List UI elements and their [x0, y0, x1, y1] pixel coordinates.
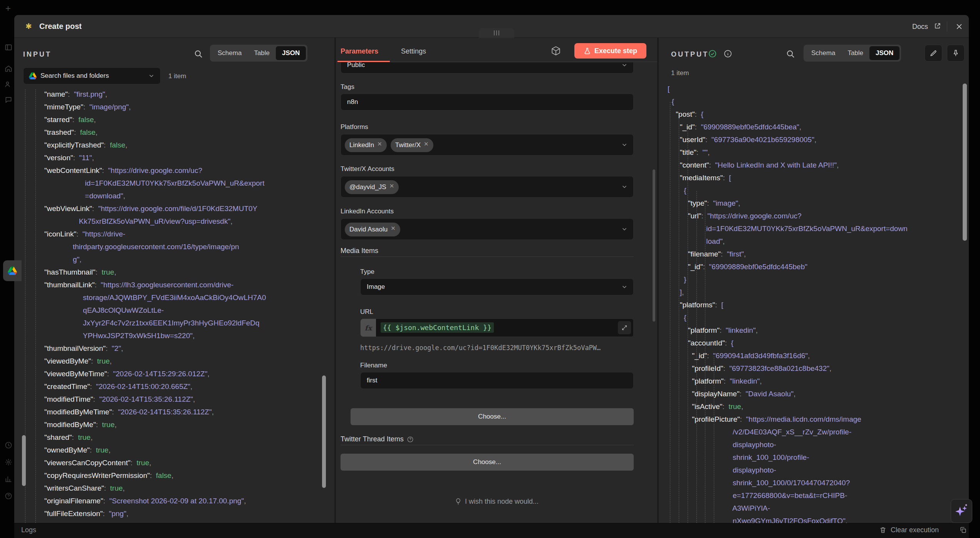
output-scrollbar-thumb[interactable] [963, 84, 967, 241]
google-drive-icon [8, 266, 17, 275]
twitter-thread-section: Twitter Thread Items [341, 435, 414, 443]
input-json-code: "name": "first.png","mimeType": "image/p… [44, 88, 332, 523]
platforms-multiselect[interactable]: LinkedIn✕ Twitter/X✕ [341, 134, 634, 156]
output-json-code: [ { "post": { "_id": "69909889ebf0e5dfdc… [668, 82, 966, 523]
sidebar-chart-icon[interactable] [5, 475, 12, 483]
tab-input-table[interactable]: Table [248, 46, 276, 60]
platforms-label: Platforms [341, 123, 368, 131]
input-source-select[interactable]: Search files and folders [23, 67, 161, 84]
success-check-icon [708, 49, 717, 58]
node-asterisk-icon: ✱ [25, 22, 32, 31]
clear-execution-button[interactable]: Clear execution [891, 526, 939, 534]
chip-remove-icon[interactable]: ✕ [389, 183, 394, 189]
tags-input[interactable]: n8n [341, 94, 634, 111]
linkedin-accounts-multiselect[interactable]: David Asaolu✕ [341, 218, 634, 240]
external-link-icon[interactable] [934, 22, 941, 30]
tab-input-json[interactable]: JSON [276, 46, 306, 60]
sparkles-icon [955, 504, 968, 518]
twitter-chip-list: @dayvid_JS✕ [345, 180, 403, 194]
twitter-accounts-multiselect[interactable]: @dayvid_JS✕ [341, 176, 634, 198]
tab-output-schema[interactable]: Schema [805, 46, 841, 60]
url-expression-value: {{ $json.webContentLink }} [381, 322, 494, 333]
chip-linkedin-account[interactable]: David Asaolu✕ [345, 223, 400, 236]
linkedin-chip-list: David Asaolu✕ [345, 223, 404, 236]
node-wish-link[interactable]: I wish this node would... [336, 498, 657, 506]
pin-output-button[interactable] [947, 45, 965, 62]
chevron-down-icon [621, 62, 628, 69]
cube-icon[interactable] [551, 46, 561, 56]
twitter-thread-label: Twitter Thread Items [341, 435, 404, 443]
fx-icon: fx [361, 319, 376, 337]
sidebar-home-icon[interactable] [5, 65, 12, 72]
tags-label: Tags [341, 83, 354, 91]
chevron-down-icon [621, 141, 628, 148]
sidebar-panel-icon[interactable] [5, 44, 12, 51]
tab-parameters[interactable]: Parameters [341, 47, 378, 55]
google-drive-icon [29, 72, 37, 79]
tab-parameters-underline [337, 61, 390, 62]
pencil-icon [930, 49, 937, 57]
chip-remove-icon[interactable]: ✕ [424, 141, 429, 147]
filename-input[interactable]: first [360, 372, 634, 389]
sidebar-settings-icon[interactable] [5, 458, 12, 466]
execute-step-label: Execute step [594, 47, 637, 55]
panel-drag-handle[interactable] [479, 28, 514, 38]
node-wish-label: I wish this node would... [465, 498, 539, 506]
chip-remove-icon[interactable]: ✕ [391, 225, 396, 231]
input-search-icon[interactable] [194, 49, 203, 59]
tags-value: n8n [347, 98, 358, 106]
tab-settings[interactable]: Settings [401, 47, 426, 55]
visibility-value: Public [347, 62, 365, 69]
footer-bar [14, 523, 969, 538]
type-select[interactable]: Image [360, 278, 634, 295]
output-label: OUTPUT [671, 50, 709, 59]
output-search-icon[interactable] [786, 49, 795, 59]
visibility-select[interactable]: Public [341, 62, 634, 74]
chevron-down-icon [148, 72, 155, 79]
filename-label: Filename [360, 362, 387, 369]
twitter-thread-choose-button[interactable]: Choose... [341, 454, 634, 471]
input-scrollbar-thumb[interactable] [322, 375, 326, 488]
chip-remove-icon[interactable]: ✕ [377, 141, 382, 147]
header-divider [947, 22, 947, 32]
chip-linkedin[interactable]: LinkedIn✕ [345, 138, 387, 152]
param-scrollbar-thumb[interactable] [653, 169, 655, 322]
media-items-choose-button[interactable]: Choose... [351, 408, 634, 425]
chevron-down-icon [621, 226, 628, 233]
drive-node-tab[interactable] [3, 260, 22, 281]
sidebar-users-icon[interactable] [5, 80, 12, 88]
trash-icon[interactable] [879, 526, 887, 534]
app: + ✱ Create post Docs INPUT Schema Table … [0, 0, 980, 538]
execute-step-button[interactable]: Execute step [574, 43, 646, 59]
twitter-accounts-label: Twitter/X Accounts [341, 165, 394, 173]
type-value: Image [367, 283, 385, 291]
help-circle-icon[interactable] [407, 436, 414, 443]
section-divider [341, 445, 634, 445]
linkedin-accounts-label: LinkedIn Accounts [341, 208, 394, 215]
page-title: Create post [39, 22, 82, 31]
filename-value: first [367, 377, 377, 384]
ai-assistant-button[interactable] [951, 499, 972, 523]
sidebar-clock-icon[interactable] [5, 441, 12, 449]
expand-expression-icon[interactable] [618, 321, 631, 334]
chevron-down-icon [621, 283, 628, 290]
url-expression-input[interactable]: fx {{ $json.webContentLink }} [360, 318, 634, 337]
docs-link[interactable]: Docs [912, 23, 928, 31]
platform-chip-list: LinkedIn✕ Twitter/X✕ [345, 138, 437, 152]
input-scrollbar-left-thumb[interactable] [22, 435, 26, 486]
tab-input-schema[interactable]: Schema [211, 46, 248, 60]
chip-twitter[interactable]: Twitter/X✕ [391, 138, 433, 152]
chip-twitter-account[interactable]: @dayvid_JS✕ [345, 180, 399, 194]
tab-output-table[interactable]: Table [841, 46, 869, 60]
sidebar-chat-icon[interactable] [5, 96, 12, 104]
copy-icon[interactable] [959, 526, 967, 534]
close-icon[interactable] [955, 23, 963, 30]
logs-button[interactable]: Logs [21, 526, 36, 534]
url-resolved-preview: https://drive.google.com/uc?id=1F0KdE32M… [360, 344, 601, 352]
visibility-select-clip: Public [341, 62, 634, 74]
info-circle-icon[interactable] [723, 49, 732, 58]
edit-output-button[interactable] [925, 45, 942, 62]
tab-output-json[interactable]: JSON [869, 46, 899, 60]
canvas-add-icon[interactable]: + [5, 3, 11, 14]
sidebar-help-icon[interactable] [5, 492, 12, 500]
